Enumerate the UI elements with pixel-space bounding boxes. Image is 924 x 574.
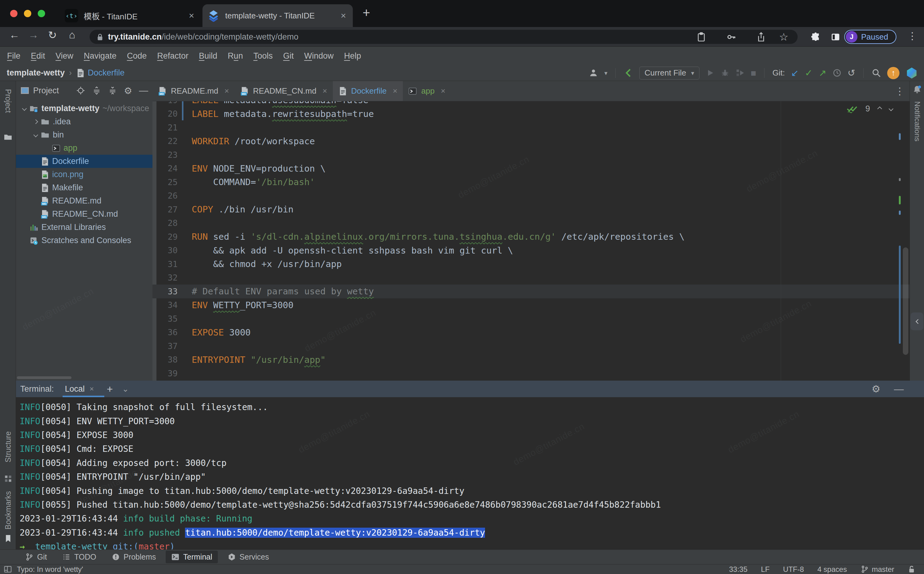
browser-menu-icon[interactable]: ⋮ bbox=[907, 30, 917, 42]
menu-refactor[interactable]: Refactor bbox=[152, 51, 193, 61]
extensions-icon[interactable] bbox=[811, 32, 820, 42]
tab-close-icon[interactable]: × bbox=[393, 86, 397, 96]
menu-code[interactable]: Code bbox=[122, 51, 152, 61]
code-line-30[interactable]: 30 && apk add -U openssh-client sshpass … bbox=[152, 244, 910, 257]
menu-view[interactable]: View bbox=[50, 51, 79, 61]
tree-item-scratches-and-consoles[interactable]: Scratches and Consoles bbox=[16, 234, 152, 247]
tree-item-template-wetty[interactable]: template-wetty ~/workspace bbox=[16, 102, 152, 115]
git-push-icon[interactable]: ↗ bbox=[819, 68, 827, 78]
tab-close-icon[interactable]: × bbox=[322, 86, 327, 96]
tree-item-dockerfile[interactable]: Dockerfile bbox=[16, 155, 152, 168]
tool-strip-notifications[interactable]: Notifications bbox=[913, 101, 922, 142]
caret-position[interactable]: 33:35 bbox=[729, 565, 748, 574]
tree-item-external-libraries[interactable]: External Libraries bbox=[16, 221, 152, 234]
line-separator[interactable]: LF bbox=[761, 565, 770, 574]
prev-problem-icon[interactable] bbox=[877, 106, 882, 111]
tab-close-icon[interactable]: × bbox=[341, 10, 346, 21]
terminal-settings-gear-icon[interactable]: ⚙ bbox=[872, 383, 880, 395]
expand-all-icon[interactable] bbox=[92, 86, 101, 95]
debug-button[interactable] bbox=[721, 68, 729, 77]
build-arrow-icon[interactable] bbox=[624, 68, 633, 78]
menu-build[interactable]: Build bbox=[193, 51, 222, 61]
editor-tab-dockerfile[interactable]: Dockerfile× bbox=[333, 81, 403, 101]
menu-run[interactable]: Run bbox=[222, 51, 248, 61]
tab-close-icon[interactable]: × bbox=[189, 10, 194, 21]
menu-window[interactable]: Window bbox=[299, 51, 339, 61]
terminal-tab-local[interactable]: Local × bbox=[63, 381, 97, 397]
git-update-icon[interactable]: ↙ bbox=[791, 68, 798, 78]
horizontal-scrollbar[interactable] bbox=[17, 376, 71, 379]
tree-item-makefile[interactable]: Makefile bbox=[16, 181, 152, 194]
expand-right-panel-button[interactable] bbox=[910, 312, 923, 330]
toolwindow-git[interactable]: Git bbox=[20, 551, 52, 563]
code-line-21[interactable]: 21 bbox=[152, 121, 910, 134]
reload-button[interactable]: ↻ bbox=[45, 29, 60, 41]
run-configuration-select[interactable]: Current File ▾ bbox=[639, 66, 699, 79]
hide-panel-icon[interactable]: — bbox=[139, 85, 148, 96]
tree-chevron[interactable] bbox=[19, 107, 29, 110]
password-key-icon[interactable] bbox=[726, 32, 736, 42]
hidden-tabs-icon[interactable]: ⋮ bbox=[895, 85, 905, 97]
rollback-icon[interactable]: ↺ bbox=[848, 68, 855, 78]
share-icon[interactable] bbox=[756, 32, 766, 42]
code-line-34[interactable]: 34ENV WETTY_PORT=3000 bbox=[152, 298, 910, 312]
macos-zoom-button[interactable] bbox=[38, 10, 45, 17]
code-line-24[interactable]: 24ENV NODE_ENV=production \ bbox=[152, 162, 910, 175]
code-line-36[interactable]: 36EXPOSE 3000 bbox=[152, 326, 910, 339]
code-line-22[interactable]: 22WORKDIR /root/workspace bbox=[152, 134, 910, 148]
code-line-32[interactable]: 32 bbox=[152, 271, 910, 285]
code-line-38[interactable]: 38ENTRYPOINT "/usr/bin/app" bbox=[152, 353, 910, 367]
toolwindow-terminal[interactable]: Terminal bbox=[166, 551, 217, 563]
code-line-37[interactable]: 37 bbox=[152, 339, 910, 353]
tab-close-icon[interactable]: × bbox=[441, 86, 445, 96]
indent-style[interactable]: 4 spaces bbox=[817, 565, 847, 574]
browser-tab-template[interactable]: ‹t› 模板 - TitanIDE × bbox=[60, 4, 201, 27]
code-line-31[interactable]: 31 && chmod +x /usr/bin/app bbox=[152, 257, 910, 271]
breadcrumb-file[interactable]: Dockerfile bbox=[88, 68, 124, 78]
code-line-25[interactable]: 25 COMMAND='/bin/bash' bbox=[152, 175, 910, 189]
bookmarks-icon[interactable] bbox=[4, 534, 12, 543]
tree-item-readme-md[interactable]: MDREADME.md bbox=[16, 194, 152, 208]
code-line-39[interactable]: 39 bbox=[152, 366, 910, 380]
code-line-26[interactable]: 26 bbox=[152, 189, 910, 203]
tree-chevron[interactable] bbox=[31, 120, 41, 123]
menu-help[interactable]: Help bbox=[339, 51, 366, 61]
git-branch-widget[interactable]: master bbox=[861, 565, 894, 574]
titanide-badge-icon[interactable] bbox=[905, 67, 918, 79]
address-bar[interactable]: try.titanide.cn /ide/web/coding/template… bbox=[90, 30, 798, 44]
git-commit-icon[interactable]: ✓ bbox=[805, 68, 812, 78]
editor-scrollbar[interactable] bbox=[903, 248, 908, 355]
new-tab-button[interactable]: + bbox=[363, 6, 370, 20]
breadcrumb-project[interactable]: template-wetty bbox=[7, 68, 65, 78]
run-button[interactable] bbox=[706, 68, 715, 77]
file-encoding[interactable]: UTF-8 bbox=[783, 565, 804, 574]
stop-button[interactable]: ■ bbox=[751, 68, 756, 78]
project-folder-icon[interactable] bbox=[3, 132, 13, 142]
tool-strip-project[interactable]: Project bbox=[4, 89, 13, 113]
terminal-output[interactable]: INFO[0050] Taking snapshot of full files… bbox=[16, 397, 924, 549]
code-line-19[interactable]: 19LABEL metadata.usesubdomain=false bbox=[152, 101, 910, 107]
menu-navigate[interactable]: Navigate bbox=[79, 51, 122, 61]
toolwindow-problems[interactable]: Problems bbox=[106, 551, 162, 563]
tool-strip-structure[interactable]: Structure bbox=[4, 431, 13, 462]
editor-body[interactable]: 19LABEL metadata.usesubdomain=false20LAB… bbox=[152, 101, 910, 381]
code-line-28[interactable]: 28 bbox=[152, 216, 910, 230]
toolwindow-todo[interactable]: TODO bbox=[57, 551, 102, 563]
back-button[interactable]: ← bbox=[7, 29, 22, 41]
profile-button[interactable]: J Paused bbox=[844, 30, 896, 44]
tab-close-icon[interactable]: × bbox=[225, 86, 229, 96]
tree-item-bin[interactable]: bin bbox=[16, 128, 152, 142]
bookmark-star-icon[interactable]: ☆ bbox=[779, 31, 789, 43]
select-opened-file-icon[interactable] bbox=[76, 86, 85, 95]
home-button[interactable]: ⌂ bbox=[64, 29, 80, 41]
structure-icon[interactable] bbox=[4, 474, 13, 483]
new-terminal-button[interactable]: + bbox=[107, 383, 113, 395]
browser-tab-template-wetty[interactable]: template-wetty - TitanIDE × bbox=[203, 4, 353, 27]
menu-file[interactable]: File bbox=[2, 51, 26, 61]
tree-item-icon-png[interactable]: icon.png bbox=[16, 168, 152, 181]
terminal-tab-close-icon[interactable]: × bbox=[90, 385, 94, 393]
side-panel-icon[interactable] bbox=[831, 32, 840, 42]
terminal-dropdown-icon[interactable]: ⌄ bbox=[122, 384, 129, 394]
macos-minimize-button[interactable] bbox=[24, 10, 31, 17]
code-line-23[interactable]: 23 bbox=[152, 148, 910, 162]
